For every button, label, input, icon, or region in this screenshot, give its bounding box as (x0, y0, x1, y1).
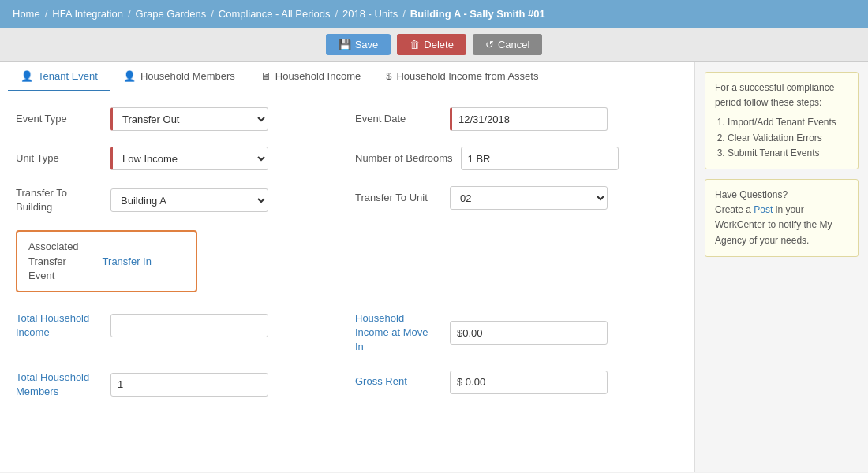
total-income-input[interactable] (110, 314, 268, 337)
income-at-move-in-input[interactable] (450, 321, 608, 345)
tab-tenant-event[interactable]: 👤 Tenant Event (8, 62, 110, 91)
breadcrumb-compliance[interactable]: Compliance - All Periods (219, 8, 331, 20)
step-3: Submit Tenant Events (728, 146, 848, 161)
associated-event-box: AssociatedTransferEvent Transfer In (16, 230, 197, 292)
form-group-bedrooms: Number of Bedrooms (355, 147, 679, 170)
form-group-event-date: Event Date (355, 107, 679, 131)
gross-rent-label: Gross Rent (355, 374, 442, 389)
form-group-event-type: Event Type Transfer Out Transfer In Move… (16, 107, 339, 131)
bedrooms-label: Number of Bedrooms (355, 151, 453, 166)
form-row-associated: AssociatedTransferEvent Transfer In (16, 230, 679, 292)
sep3: / (211, 8, 214, 20)
questions-text2: Create a (715, 204, 754, 215)
breadcrumb-current: Building A - Sally Smith #01 (410, 8, 545, 20)
cancel-button[interactable]: ↺ Cancel (473, 34, 542, 55)
breadcrumb-hfa[interactable]: HFA Integration (52, 8, 123, 20)
form-group-total-income: Total HouseholdIncome (16, 311, 339, 340)
breadcrumb-units[interactable]: 2018 - Units (342, 8, 398, 20)
event-type-label: Event Type (16, 112, 103, 126)
breadcrumb-home[interactable]: Home (13, 8, 40, 20)
tab-household-members[interactable]: 👤 Household Members (110, 62, 248, 91)
bedrooms-input[interactable] (461, 147, 619, 170)
breadcrumb-grape[interactable]: Grape Gardens (136, 8, 207, 20)
transfer-unit-select[interactable]: 01 02 03 04 (450, 186, 608, 210)
save-icon: 💾 (339, 39, 351, 50)
form-row-members-rent: Total HouseholdMembers Gross Rent (16, 371, 679, 399)
transfer-unit-label: Transfer To Unit (355, 191, 442, 205)
transfer-building-label: Transfer ToBuilding (16, 186, 103, 214)
household-income-assets-icon: $ (386, 70, 391, 82)
total-members-label: Total HouseholdMembers (16, 371, 103, 399)
event-type-select[interactable]: Transfer Out Transfer In Move In Move Ou… (110, 107, 268, 131)
form-row-event: Event Type Transfer Out Transfer In Move… (16, 107, 679, 131)
content-area: 👤 Tenant Event 👤 Household Members 🖥 Hou… (0, 62, 694, 472)
household-income-icon: 🖥 (260, 70, 271, 82)
sep4: / (335, 8, 338, 20)
form-group-income-at-move-in: HouseholdIncome at MoveIn (355, 311, 679, 355)
cancel-icon: ↺ (485, 39, 494, 50)
delete-icon: 🗑 (410, 39, 420, 50)
form-row-transfer: Transfer ToBuilding Building A Building … (16, 186, 679, 214)
form-area: Event Type Transfer Out Transfer In Move… (0, 91, 694, 430)
tabs: 👤 Tenant Event 👤 Household Members 🖥 Hou… (0, 62, 694, 91)
compliance-info-box: For a successful compliance period follo… (705, 72, 859, 169)
sep1: / (45, 8, 48, 20)
form-group-total-members: Total HouseholdMembers (16, 371, 339, 399)
save-button[interactable]: 💾 Save (326, 34, 391, 55)
form-group-transfer-unit: Transfer To Unit 01 02 03 04 (355, 186, 679, 210)
sidebar: For a successful compliance period follo… (694, 62, 868, 472)
tab-household-income-assets[interactable]: $ Household Income from Assets (373, 62, 551, 91)
form-group-gross-rent: Gross Rent (355, 371, 679, 394)
post-link[interactable]: Post (754, 204, 773, 215)
unit-type-select[interactable]: Low Income Market Rate Employee Unit (110, 147, 268, 170)
transfer-building-select[interactable]: Building A Building B Building C (110, 188, 268, 212)
household-members-icon: 👤 (123, 70, 136, 82)
toolbar: 💾 Save 🗑 Delete ↺ Cancel (0, 28, 868, 62)
tab-household-income[interactable]: 🖥 Household Income (248, 62, 373, 91)
sep2: / (128, 8, 131, 20)
form-group-transfer-building: Transfer ToBuilding Building A Building … (16, 186, 339, 214)
associated-event-link[interactable]: Transfer In (103, 255, 152, 267)
compliance-intro: For a successful compliance period follo… (715, 82, 834, 108)
form-row-income: Total HouseholdIncome HouseholdIncome at… (16, 311, 679, 355)
breadcrumb: Home / HFA Integration / Grape Gardens /… (0, 0, 868, 28)
income-at-move-in-label: HouseholdIncome at MoveIn (355, 311, 442, 355)
questions-info-box: Have Questions? Create a Post in your Wo… (705, 179, 859, 257)
main-container: 👤 Tenant Event 👤 Household Members 🖥 Hou… (0, 62, 868, 472)
total-income-label: Total HouseholdIncome (16, 311, 103, 340)
sep5: / (402, 8, 406, 20)
tenant-event-icon: 👤 (21, 70, 33, 82)
gross-rent-input[interactable] (450, 371, 608, 394)
form-row-unit: Unit Type Low Income Market Rate Employe… (16, 147, 679, 170)
event-date-label: Event Date (355, 112, 442, 126)
delete-button[interactable]: 🗑 Delete (397, 34, 466, 55)
form-group-unit-type: Unit Type Low Income Market Rate Employe… (16, 147, 339, 170)
event-date-input[interactable] (450, 107, 608, 131)
total-members-input[interactable] (110, 373, 268, 397)
questions-title: Have Questions? (715, 189, 788, 200)
step-1: Import/Add Tenant Events (728, 115, 848, 130)
step-2: Clear Validation Errors (728, 131, 848, 146)
unit-type-label: Unit Type (16, 151, 103, 166)
associated-event-label: AssociatedTransferEvent (28, 240, 79, 283)
